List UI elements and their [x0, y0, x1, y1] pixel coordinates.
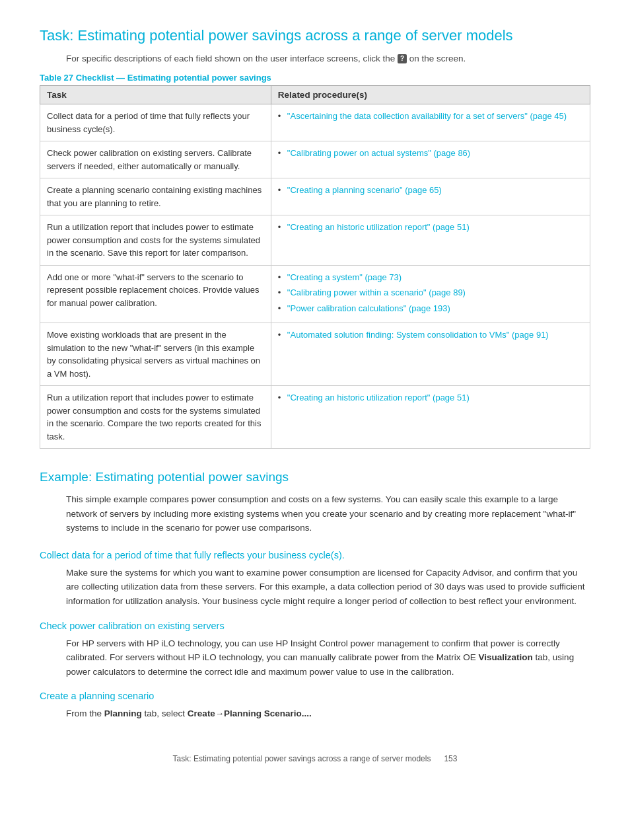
procedure-item: "Calibrating power within a scenario" (p…	[278, 286, 583, 299]
footer-page-number: 153	[444, 754, 457, 763]
table-row: Run a utilization report that includes p…	[40, 215, 590, 266]
table-row: Create a planning scenario containing ex…	[40, 178, 590, 215]
subsection-2-bold2: Create	[188, 708, 215, 718]
procedure-cell-3: "Creating an historic utilization report…	[271, 215, 590, 266]
intro-text: For specific descriptions of each field …	[66, 54, 395, 63]
task-cell-1: Check power calibration on existing serv…	[40, 141, 271, 178]
procedure-item: "Creating an historic utilization report…	[278, 391, 583, 404]
footer-left-text: Task: Estimating potential power savings…	[173, 754, 431, 763]
intro-suffix: on the screen.	[409, 54, 466, 63]
task-cell-0: Collect data for a period of time that f…	[40, 104, 271, 141]
task-cell-4: Add one or more "what-if" servers to the…	[40, 265, 271, 323]
table-row: Move existing workloads that are present…	[40, 323, 590, 386]
example-section-body: This simple example compares power consu…	[66, 492, 590, 535]
col-header-procedures: Related procedure(s)	[271, 86, 590, 104]
procedure-item: "Ascertaining the data collection availa…	[278, 110, 583, 123]
procedure-link[interactable]: "Creating an historic utilization report…	[287, 222, 470, 232]
col-header-task: Task	[40, 86, 271, 104]
procedure-cell-0: "Ascertaining the data collection availa…	[271, 104, 590, 141]
subsection-title-0: Collect data for a period of time that f…	[40, 550, 590, 560]
procedure-link[interactable]: "Ascertaining the data collection availa…	[287, 111, 567, 121]
subsection-body-1: For HP servers with HP iLO technology, y…	[66, 636, 590, 679]
help-icon: ?	[398, 54, 407, 63]
subsection-2-bold3: Planning Scenario....	[224, 708, 312, 718]
procedure-item: "Power calibration calculations" (page 1…	[278, 302, 583, 315]
subsection-2-arrow: →	[215, 708, 224, 718]
procedure-cell-2: "Creating a planning scenario" (page 65)	[271, 178, 590, 215]
checklist-table: Task Related procedure(s) Collect data f…	[40, 85, 590, 449]
procedure-item: "Creating an historic utilization report…	[278, 221, 583, 234]
procedure-link[interactable]: "Automated solution finding: System cons…	[287, 330, 549, 340]
procedure-link[interactable]: "Creating a planning scenario" (page 65)	[287, 185, 442, 195]
task-cell-6: Run a utilization report that includes p…	[40, 386, 271, 449]
procedure-cell-6: "Creating an historic utilization report…	[271, 386, 590, 449]
page-footer: Task: Estimating potential power savings…	[40, 754, 590, 763]
page-title: Task: Estimating potential power savings…	[40, 26, 590, 46]
task-cell-3: Run a utilization report that includes p…	[40, 215, 271, 266]
procedure-link[interactable]: "Creating a system" (page 73)	[287, 272, 402, 282]
subsection-body-2: From the Planning tab, select Create→Pla…	[66, 706, 590, 721]
procedure-item: "Calibrating power on actual systems" (p…	[278, 147, 583, 160]
subsection-2-middle: tab, select	[145, 708, 186, 718]
subsection-2-prefix: From the	[66, 708, 102, 718]
task-cell-2: Create a planning scenario containing ex…	[40, 178, 271, 215]
table-caption: Table 27 Checklist — Estimating potentia…	[40, 73, 590, 83]
subsection-1-bold-word: Visualization	[479, 652, 533, 662]
procedure-item: "Creating a planning scenario" (page 65)	[278, 184, 583, 197]
example-section-title: Example: Estimating potential power savi…	[40, 470, 590, 484]
table-row: Collect data for a period of time that f…	[40, 104, 590, 141]
procedure-link[interactable]: "Calibrating power on actual systems" (p…	[287, 148, 470, 158]
procedure-item: "Creating a system" (page 73)	[278, 271, 583, 284]
procedure-link[interactable]: "Power calibration calculations" (page 1…	[287, 303, 450, 313]
subsection-title-2: Create a planning scenario	[40, 691, 590, 701]
procedure-cell-4: "Creating a system" (page 73)"Calibratin…	[271, 265, 590, 323]
table-row: Add one or more "what-if" servers to the…	[40, 265, 590, 323]
subsection-2-bold1: Planning	[104, 708, 142, 718]
subsection-body-0: Make sure the systems for which you want…	[66, 566, 590, 609]
procedure-cell-1: "Calibrating power on actual systems" (p…	[271, 141, 590, 178]
task-cell-5: Move existing workloads that are present…	[40, 323, 271, 386]
subsection-title-1: Check power calibration on existing serv…	[40, 621, 590, 631]
procedure-link[interactable]: "Creating an historic utilization report…	[287, 393, 470, 402]
table-row: Check power calibration on existing serv…	[40, 141, 590, 178]
procedure-item: "Automated solution finding: System cons…	[278, 328, 583, 342]
procedure-link[interactable]: "Calibrating power within a scenario" (p…	[287, 287, 466, 297]
procedure-cell-5: "Automated solution finding: System cons…	[271, 323, 590, 386]
table-row: Run a utilization report that includes p…	[40, 386, 590, 449]
intro-paragraph: For specific descriptions of each field …	[66, 54, 590, 63]
